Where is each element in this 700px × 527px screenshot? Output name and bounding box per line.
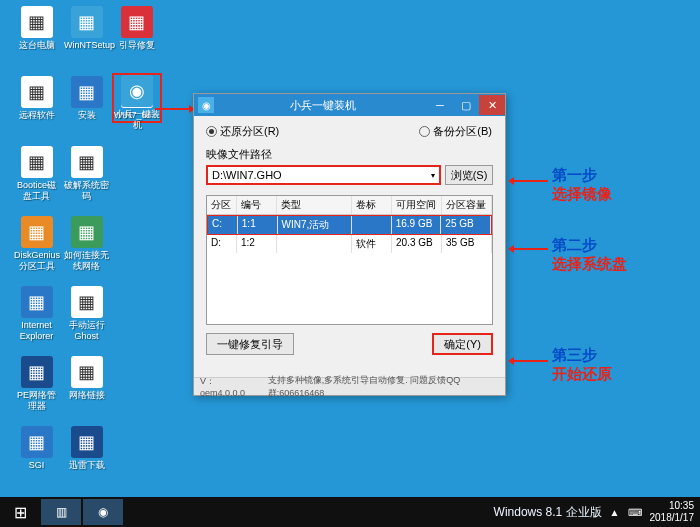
- close-button[interactable]: ✕: [479, 95, 505, 115]
- path-label: 映像文件路径: [206, 147, 493, 162]
- app-icon: ▦: [21, 216, 53, 248]
- desktop-icon[interactable]: ▦迅雷下载: [64, 426, 109, 471]
- desktop-icon[interactable]: ▦WinNTSetup: [64, 6, 109, 51]
- app-icon: ▦: [121, 6, 153, 38]
- annotation: 第一步选择镜像: [552, 166, 612, 204]
- icon-label: Internet Explorer: [14, 320, 59, 342]
- image-path-input[interactable]: D:\WIN7.GHO ▾: [206, 165, 441, 185]
- desktop-icon[interactable]: ▦PE网络管理器: [14, 356, 59, 412]
- icon-label: PE网络管理器: [14, 390, 59, 412]
- annotation-title: 第三步: [552, 346, 612, 365]
- status-info: 支持多种镜像,多系统引导自动修复. 问题反馈QQ群:606616468: [268, 374, 499, 400]
- app-icon: ▦: [71, 426, 103, 458]
- tray-icon[interactable]: ▲: [610, 507, 620, 518]
- clock-time[interactable]: 10:35: [650, 500, 695, 512]
- maximize-button[interactable]: ▢: [453, 95, 479, 115]
- table-header: 分区 编号 类型 卷标 可用空间 分区容量: [207, 196, 492, 215]
- start-button[interactable]: ⊞: [0, 497, 40, 527]
- partition-table: 分区 编号 类型 卷标 可用空间 分区容量 C:1:1WIN7,活动16.9 G…: [206, 195, 493, 325]
- icon-label: 手动运行Ghost: [64, 320, 109, 342]
- app-icon: ▦: [21, 146, 53, 178]
- app-icon: ▦: [21, 426, 53, 458]
- desktop-icon[interactable]: ▦如何连接无线网络: [64, 216, 109, 272]
- desktop-icon[interactable]: ▦Bootice磁盘工具: [14, 146, 59, 202]
- icon-label: DiskGenius分区工具: [14, 250, 59, 272]
- restore-radio[interactable]: 还原分区(R): [206, 124, 279, 139]
- icon-label: 迅雷下载: [64, 460, 109, 471]
- icon-label: 远程软件: [14, 110, 59, 121]
- task-item[interactable]: ◉: [83, 499, 123, 525]
- app-icon: ▦: [21, 76, 53, 108]
- table-row[interactable]: D:1:2软件20.3 GB35 GB: [207, 235, 492, 253]
- annotation: 第三步开始还原: [552, 346, 612, 384]
- browse-button[interactable]: 浏览(S): [445, 165, 493, 185]
- icon-label: WinNTSetup: [64, 40, 109, 51]
- icon-label: 破解系统密码: [64, 180, 109, 202]
- version-text: V：oem4.0.0.0: [200, 375, 256, 398]
- app-icon: ▦: [71, 356, 103, 388]
- icon-label: 网络链接: [64, 390, 109, 401]
- icon-label: 安装: [64, 110, 109, 121]
- keyboard-icon[interactable]: ⌨: [628, 507, 642, 518]
- desktop-icon[interactable]: ▦引导修复: [114, 6, 159, 51]
- app-icon: ▦: [71, 146, 103, 178]
- annotation-title: 第二步: [552, 236, 627, 255]
- annotation-arrow: [510, 248, 548, 250]
- minimize-button[interactable]: ─: [427, 95, 453, 115]
- chevron-down-icon[interactable]: ▾: [431, 171, 435, 180]
- icon-label: 引导修复: [114, 40, 159, 51]
- app-icon: ▦: [71, 6, 103, 38]
- window-title: 小兵一键装机: [218, 98, 427, 113]
- desktop-icon[interactable]: ▦远程软件: [14, 76, 59, 121]
- annotation-title: 第一步: [552, 166, 612, 185]
- clock-date[interactable]: 2018/1/17: [650, 512, 695, 524]
- desktop-icon[interactable]: ▦这台电脑: [14, 6, 59, 51]
- annotation-sub: 开始还原: [552, 365, 612, 384]
- installer-icon[interactable]: ◉: [121, 75, 153, 107]
- icon-label: Bootice磁盘工具: [14, 180, 59, 202]
- status-bar: V：oem4.0.0.0 支持多种镜像,多系统引导自动修复. 问题反馈QQ群:6…: [194, 377, 505, 395]
- installer-dialog: ◉ 小兵一键装机 ─ ▢ ✕ 还原分区(R) 备份分区(B) 映像文件路径 D:…: [193, 93, 506, 396]
- annotation-sub: 选择系统盘: [552, 255, 627, 274]
- app-icon: ▦: [21, 356, 53, 388]
- table-row[interactable]: C:1:1WIN7,活动16.9 GB25 GB: [207, 215, 492, 235]
- installer-icon-label: 小兵一键装机: [114, 109, 160, 131]
- app-icon: ▦: [71, 286, 103, 318]
- repair-boot-button[interactable]: 一键修复引导: [206, 333, 294, 355]
- titlebar[interactable]: ◉ 小兵一键装机 ─ ▢ ✕: [194, 94, 505, 116]
- app-icon: ▦: [21, 286, 53, 318]
- desktop-icon[interactable]: ▦破解系统密码: [64, 146, 109, 202]
- desktop-icon[interactable]: ▦DiskGenius分区工具: [14, 216, 59, 272]
- task-item[interactable]: ▥: [41, 499, 81, 525]
- taskbar: ⊞ ▥ ◉ Windows 8.1 企业版 ▲ ⌨ 10:35 2018/1/1…: [0, 497, 700, 527]
- icon-label: 这台电脑: [14, 40, 59, 51]
- radio-dot-icon: [206, 126, 217, 137]
- annotation: 第二步选择系统盘: [552, 236, 627, 274]
- app-icon: ▦: [71, 76, 103, 108]
- arrow-to-dialog: [155, 108, 193, 110]
- icon-label: SGI: [14, 460, 59, 471]
- desktop-icon[interactable]: ▦手动运行Ghost: [64, 286, 109, 342]
- annotation-arrow: [510, 180, 548, 182]
- annotation-sub: 选择镜像: [552, 185, 612, 204]
- desktop-icon[interactable]: ▦SGI: [14, 426, 59, 471]
- highlighted-icon-box: ◉ 小兵一键装机: [112, 73, 162, 123]
- os-edition-label: Windows 8.1 企业版: [494, 504, 602, 521]
- backup-radio[interactable]: 备份分区(B): [419, 124, 492, 139]
- app-icon: ◉: [198, 97, 214, 113]
- desktop-icon[interactable]: ▦Internet Explorer: [14, 286, 59, 342]
- app-icon: ▦: [71, 216, 103, 248]
- radio-dot-icon: [419, 126, 430, 137]
- desktop-icon[interactable]: ▦安装: [64, 76, 109, 121]
- ok-button[interactable]: 确定(Y): [432, 333, 493, 355]
- icon-label: 如何连接无线网络: [64, 250, 109, 272]
- desktop-icon[interactable]: ▦网络链接: [64, 356, 109, 401]
- app-icon: ▦: [21, 6, 53, 38]
- annotation-arrow: [510, 360, 548, 362]
- system-tray: Windows 8.1 企业版 ▲ ⌨ 10:35 2018/1/17: [494, 500, 700, 524]
